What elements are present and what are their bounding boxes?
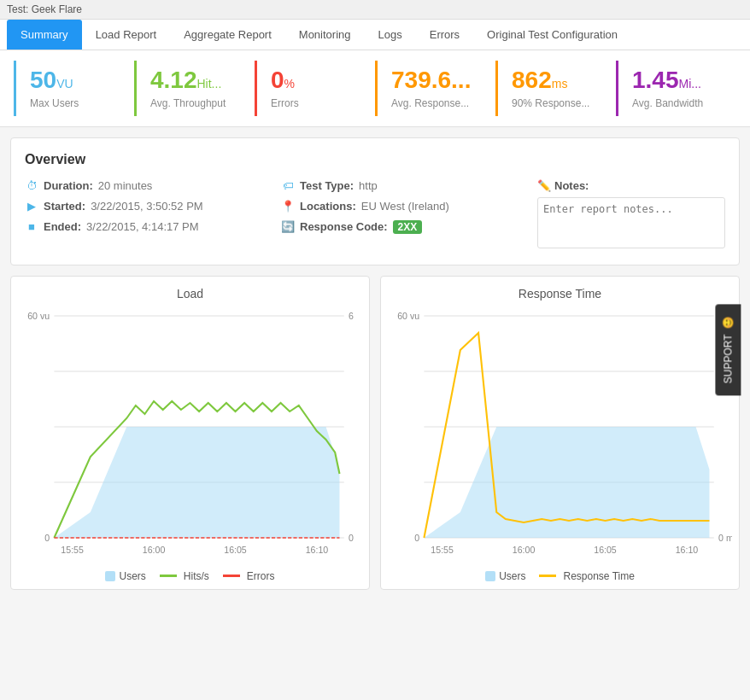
metric-label-max-users: Max Users — [30, 97, 118, 109]
title-bar: Test: Geek Flare — [0, 0, 750, 20]
svg-text:16:10: 16:10 — [306, 545, 329, 555]
metric-max-users: 50VU Max Users — [14, 61, 134, 116]
legend-response-time: Response Time — [539, 570, 634, 582]
metric-label-p90-response: 90% Response... — [512, 97, 600, 109]
tab-errors[interactable]: Errors — [416, 20, 473, 50]
tab-summary[interactable]: Summary — [7, 20, 82, 50]
support-icon: 😊 — [723, 317, 735, 330]
overview-grid: ⏱ Duration: 20 minutes ▶ Started: 3/22/2… — [25, 179, 725, 251]
tag-icon: 🏷 — [281, 179, 295, 193]
square-icon: ■ — [25, 220, 38, 234]
metric-errors: 0% Errors — [255, 61, 375, 116]
legend-errors: Errors — [223, 570, 275, 582]
play-icon: ▶ — [25, 200, 38, 213]
support-button[interactable]: SUPPORT 😊 — [716, 305, 741, 396]
response-chart-title: Response Time — [388, 287, 732, 300]
tab-logs[interactable]: Logs — [365, 20, 416, 50]
legend-response-users-color — [485, 571, 495, 581]
tab-aggregate-report[interactable]: Aggregate Report — [170, 20, 285, 50]
response-chart-svg: 60 vu 0 12000 0 ms 15:55 16:00 16:05 16:… — [388, 307, 732, 563]
legend-users-color — [105, 571, 115, 581]
overview-title: Overview — [25, 152, 725, 167]
metric-value-p90-response: 862ms — [512, 67, 600, 94]
svg-text:0 ms: 0 ms — [718, 534, 732, 543]
metric-value-avg-response: 739.6... — [391, 67, 479, 94]
notes-textarea[interactable] — [537, 197, 725, 248]
metric-label-avg-response: Avg. Response... — [391, 97, 479, 109]
location-icon: 📍 — [281, 200, 295, 213]
svg-text:15:55: 15:55 — [61, 545, 84, 555]
svg-text:0: 0 — [414, 534, 419, 543]
legend-hits-line — [160, 575, 177, 577]
svg-text:0: 0 — [349, 534, 354, 543]
pencil-icon: ✏️ — [537, 179, 551, 192]
legend-response-users-label: Users — [499, 570, 525, 582]
notes-label: ✏️ Notes: — [537, 179, 725, 192]
svg-text:16:05: 16:05 — [594, 545, 617, 555]
svg-text:16:00: 16:00 — [143, 545, 166, 555]
metric-label-avg-throughput: Avg. Throughput — [150, 97, 238, 109]
legend-response-time-line — [539, 575, 556, 577]
overview-row-response-code: 🔄 Response Code: 2XX — [281, 220, 520, 234]
legend-users-label: Users — [119, 570, 145, 582]
svg-text:16:10: 16:10 — [676, 545, 699, 555]
overview-row-locations: 📍 Locations: EU West (Ireland) — [281, 200, 520, 213]
svg-text:16:05: 16:05 — [224, 545, 247, 555]
svg-text:16:00: 16:00 — [513, 545, 536, 555]
metric-value-avg-throughput: 4.12Hit... — [150, 67, 238, 94]
overview-row-test-type: 🏷 Test Type: http — [281, 179, 520, 193]
notes-area: ✏️ Notes: — [537, 179, 725, 251]
legend-hits: Hits/s — [160, 570, 209, 582]
load-chart-container: Load 60 vu 0 6 0 15:55 16:00 16:05 16:10 — [10, 276, 370, 590]
overview-row-ended: ■ Ended: 3/22/2015, 4:14:17 PM — [25, 220, 264, 234]
load-chart-title: Load — [18, 287, 362, 300]
legend-response-users: Users — [485, 570, 525, 582]
charts-row: Load 60 vu 0 6 0 15:55 16:00 16:05 16:10 — [10, 276, 740, 590]
metric-value-errors: 0% — [271, 67, 359, 94]
load-chart-area: 60 vu 0 6 0 15:55 16:00 16:05 16:10 — [18, 307, 362, 563]
metric-label-avg-bandwidth: Avg. Bandwidth — [632, 97, 720, 109]
tab-monitoring[interactable]: Monitoring — [285, 20, 365, 50]
metric-p90-response: 862ms 90% Response... — [495, 61, 616, 116]
metric-avg-throughput: 4.12Hit... Avg. Throughput — [134, 61, 255, 116]
legend-users: Users — [105, 570, 145, 582]
svg-text:0: 0 — [44, 534, 50, 543]
response-code-badge: 2XX — [393, 220, 423, 234]
load-chart-legend: Users Hits/s Errors — [18, 570, 362, 582]
metric-value-avg-bandwidth: 1.45Mi... — [632, 67, 720, 94]
overview-row-duration: ⏱ Duration: 20 minutes — [25, 179, 264, 193]
tab-original-test[interactable]: Original Test Configuration — [473, 20, 631, 50]
metric-avg-response: 739.6... Avg. Response... — [375, 61, 495, 116]
legend-response-time-label: Response Time — [563, 570, 634, 582]
tab-load-report[interactable]: Load Report — [82, 20, 171, 50]
load-chart-svg: 60 vu 0 6 0 15:55 16:00 16:05 16:10 — [18, 307, 362, 563]
legend-hits-label: Hits/s — [184, 570, 209, 582]
svg-text:15:55: 15:55 — [431, 545, 454, 555]
metric-value-max-users: 50VU — [30, 67, 118, 94]
legend-errors-line — [223, 575, 240, 577]
support-label: SUPPORT — [723, 335, 735, 384]
tab-bar: Summary Load Report Aggregate Report Mon… — [0, 20, 750, 50]
overview-col-2: 🏷 Test Type: http 📍 Locations: EU West (… — [281, 179, 520, 251]
refresh-icon: 🔄 — [281, 220, 295, 234]
svg-text:60 vu: 60 vu — [397, 312, 419, 321]
response-chart-area: 60 vu 0 12000 0 ms 15:55 16:00 16:05 16:… — [388, 307, 732, 563]
svg-text:60 vu: 60 vu — [27, 312, 50, 321]
overview-section: Overview ⏱ Duration: 20 minutes ▶ Starte… — [10, 137, 740, 265]
svg-text:6: 6 — [349, 312, 354, 321]
metric-avg-bandwidth: 1.45Mi... Avg. Bandwidth — [616, 61, 736, 116]
overview-row-started: ▶ Started: 3/22/2015, 3:50:52 PM — [25, 200, 264, 213]
response-chart-legend: Users Response Time — [388, 570, 732, 582]
metrics-row: 50VU Max Users 4.12Hit... Avg. Throughpu… — [0, 50, 750, 127]
title-text: Test: Geek Flare — [7, 3, 82, 15]
clock-icon: ⏱ — [25, 179, 38, 193]
response-chart-container: Response Time 60 vu 0 12000 0 ms 15:55 1… — [380, 276, 740, 590]
overview-col-1: ⏱ Duration: 20 minutes ▶ Started: 3/22/2… — [25, 179, 264, 251]
legend-errors-label: Errors — [247, 570, 275, 582]
metric-label-errors: Errors — [271, 97, 359, 109]
